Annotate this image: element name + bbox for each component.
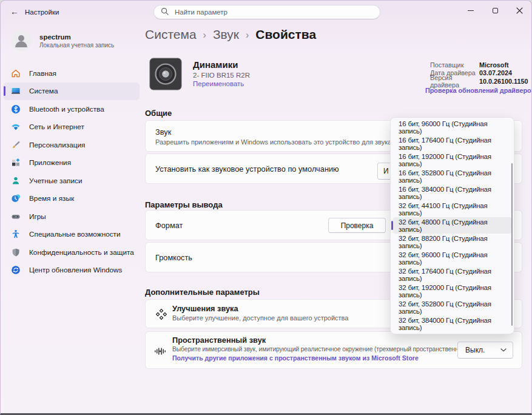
search-input[interactable] <box>173 8 355 16</box>
dropdown-scrollbar-thumb[interactable] <box>511 163 513 326</box>
sidebar-item-label: Персонализация <box>29 141 85 149</box>
search-icon <box>161 7 169 18</box>
driver-row: Поставщик Microsoft <box>430 61 532 69</box>
spatial-select-value: Выкл. <box>465 346 485 354</box>
sidebar-item-games[interactable]: Игры <box>4 208 140 225</box>
home-icon <box>11 69 21 78</box>
clock-icon <box>11 194 21 203</box>
format-option[interactable]: 32 бит, 384000 Гц (Студийная запись) <box>393 315 511 332</box>
sidebar-item-time-language[interactable]: Время и язык <box>4 190 140 208</box>
driver-label: Поставщик <box>430 61 479 69</box>
sidebar-item-label: Учетные записи <box>29 177 82 185</box>
update-icon <box>11 265 21 275</box>
section-general: Общие <box>145 109 172 118</box>
driver-row: Версия драйвера 10.0.26100.1150 <box>430 77 532 86</box>
minimize-icon <box>468 10 474 11</box>
shield-icon <box>11 248 21 257</box>
close-button[interactable] <box>507 1 531 20</box>
format-option[interactable]: 16 бит, 384000 Гц (Студийная запись) <box>393 184 511 201</box>
check-driver-updates-link[interactable]: Проверка обновлений драйверов <box>425 87 532 94</box>
sidebar-item-home[interactable]: Главная <box>4 64 140 82</box>
spatial-subtitle: Выберите иммерсивный звук, имитирующий р… <box>172 346 482 353</box>
format-option[interactable]: 32 бит, 176400 Гц (Студийная запись) <box>393 266 511 283</box>
sidebar-item-personalization[interactable]: Персонализация <box>4 136 140 154</box>
format-option[interactable]: 32 бит, 88200 Гц (Студийная запись) <box>393 234 511 250</box>
user-name: spectrum <box>39 33 114 41</box>
sidebar-item-apps[interactable]: Приложения <box>4 154 140 172</box>
format-option[interactable]: 32 бит, 44100 Гц (Студийная запись) <box>393 201 511 217</box>
avatar <box>11 30 32 51</box>
default-device-title: Установить как звуковое устройство по ум… <box>155 164 339 174</box>
driver-info: Поставщик Microsoft Дата драйвера 03.07.… <box>430 61 532 94</box>
sidebar-item-system[interactable]: Система <box>4 83 140 100</box>
spatial-store-link[interactable]: Получить другие приложения с пространств… <box>172 354 419 362</box>
sidebar-nav: Главная Система Bluetooth и устройства С… <box>4 64 140 279</box>
format-row-title: Формат <box>155 221 183 230</box>
driver-value: 10.0.26100.1150 <box>479 78 528 85</box>
volume-row-title: Громкость <box>155 253 192 262</box>
system-icon <box>11 86 21 96</box>
back-button[interactable]: ← <box>8 5 21 18</box>
rename-link[interactable]: Переименовать <box>193 80 244 87</box>
settings-window: ← Настройки spectrum Локальная учетная з… <box>0 0 532 415</box>
device-name: Динамики <box>193 59 238 70</box>
window-controls <box>459 1 531 20</box>
format-option[interactable]: 32 бит, 96000 Гц (Студийная запись) <box>393 250 511 266</box>
breadcrumb: Система › Звук › Свойства <box>145 27 316 42</box>
enhancements-subtitle: Выберите улучшение, доступное для вашего… <box>172 314 348 322</box>
chevron-right-icon: › <box>246 29 249 41</box>
sidebar-item-windows-update[interactable]: Центр обновления Windows <box>4 261 140 279</box>
sidebar-item-label: Главная <box>29 69 56 78</box>
minimize-button[interactable] <box>459 1 483 20</box>
accessibility-icon <box>11 229 21 239</box>
wifi-icon <box>11 122 21 132</box>
format-option[interactable]: 16 бит, 352800 Гц (Студийная запись) <box>393 168 511 184</box>
sidebar-item-accessibility[interactable]: Специальные возможности <box>4 226 140 243</box>
sound-row-subtitle: Разрешить приложениям и Windows использо… <box>155 138 391 146</box>
sidebar-item-network[interactable]: Сеть и Интернет <box>4 118 140 136</box>
sidebar-item-label: Система <box>29 87 58 95</box>
spatial-title: Пространственный звук <box>172 336 266 345</box>
format-option[interactable]: 32 бит, 352800 Гц (Студийная запись) <box>393 299 511 315</box>
test-sound-button[interactable]: Проверка <box>328 218 386 233</box>
sidebar-item-privacy[interactable]: Конфиденциальность и защита <box>4 243 140 261</box>
format-option[interactable]: 16 бит, 96000 Гц (Студийная запись) <box>393 119 511 135</box>
search-box[interactable] <box>153 5 380 19</box>
sidebar-item-label: Центр обновления Windows <box>29 266 123 274</box>
selected-indicator <box>4 86 5 96</box>
apps-icon <box>11 158 21 167</box>
maximize-button[interactable] <box>483 1 507 20</box>
speaker-icon <box>149 58 182 93</box>
person-icon <box>11 176 21 186</box>
user-account-block[interactable]: spectrum Локальная учетная запись <box>11 30 114 51</box>
window-title: Настройки <box>25 8 59 16</box>
section-output: Параметры вывода <box>145 200 223 209</box>
format-option[interactable]: 16 бит, 192000 Гц (Студийная запись) <box>393 152 511 168</box>
sidebar-item-label: Специальные возможности <box>29 230 121 238</box>
breadcrumb-sound[interactable]: Звук <box>213 27 239 42</box>
close-icon <box>516 7 523 14</box>
bluetooth-icon <box>11 104 21 114</box>
breadcrumb-system[interactable]: Система <box>145 27 197 42</box>
spatial-sound-select[interactable]: Выкл. <box>457 342 513 359</box>
user-account-type: Локальная учетная запись <box>39 42 114 49</box>
section-advanced: Дополнительные параметры <box>145 288 260 297</box>
sidebar-item-accounts[interactable]: Учетные записи <box>4 172 140 189</box>
maximize-icon <box>493 8 498 13</box>
format-option-selected[interactable]: 32 бит, 48000 Гц (Студийная запись) <box>393 217 511 234</box>
sidebar-item-label: Игры <box>29 212 46 221</box>
page-title: Свойства <box>255 27 316 42</box>
gamepad-icon <box>11 212 21 221</box>
sidebar-item-bluetooth[interactable]: Bluetooth и устройства <box>4 100 140 118</box>
driver-value: 03.07.2024 <box>479 69 512 76</box>
format-option[interactable]: 16 бит, 176400 Гц (Студийная запись) <box>393 135 511 152</box>
format-dropdown-flyout: 16 бит, 96000 Гц (Студийная запись) 16 б… <box>390 117 514 334</box>
format-option[interactable]: 32 бит, 192000 Гц (Студийная запись) <box>393 283 511 299</box>
sidebar-item-label: Конфиденциальность и защита <box>29 248 134 257</box>
back-arrow-icon: ← <box>10 7 19 16</box>
driver-value: Microsoft <box>479 61 509 69</box>
format-option-label: 32 бит, 48000 Гц (Студийная запись) <box>399 218 511 233</box>
sidebar-item-label: Приложения <box>29 158 71 167</box>
sidebar-item-label: Сеть и Интернет <box>29 123 84 131</box>
selected-indicator <box>391 221 393 230</box>
